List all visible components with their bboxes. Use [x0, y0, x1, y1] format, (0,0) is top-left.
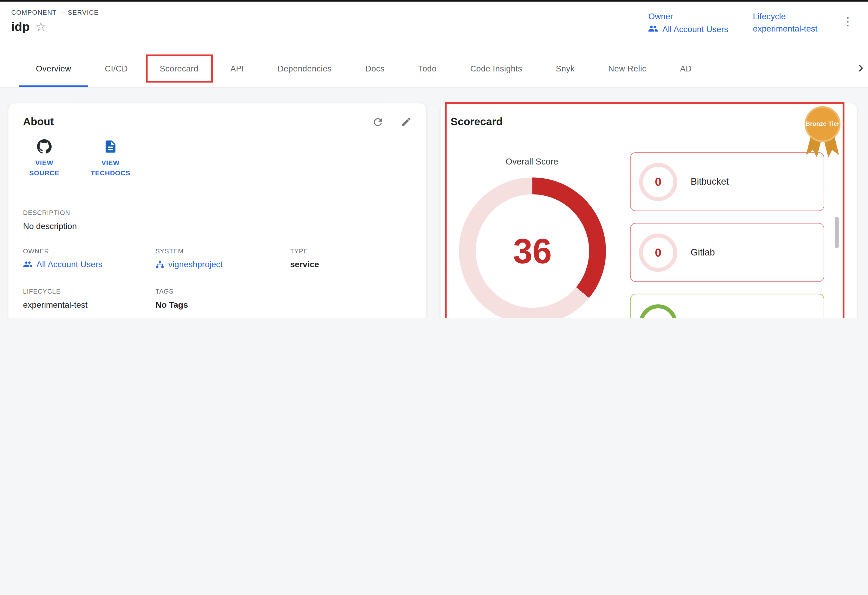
tab-new-relic[interactable]: New Relic	[592, 50, 663, 87]
score-value: 0	[655, 175, 661, 188]
overall-score-label: Overall Score	[459, 157, 605, 167]
score-name: Bitbucket	[691, 176, 729, 187]
github-icon	[37, 139, 52, 154]
tab-docs[interactable]: Docs	[348, 50, 401, 87]
favorite-star-icon[interactable]: ☆	[35, 21, 46, 33]
about-card-title: About	[23, 115, 54, 128]
system-entity-name: vigneshproject	[168, 259, 223, 269]
scorecard-card: Scorecard Bronze Tier Overall Score 36 0…	[440, 103, 856, 318]
type-field-value: service	[290, 259, 412, 269]
system-entity-link[interactable]: vigneshproject	[155, 259, 223, 269]
owner-value: All Account Users	[662, 24, 728, 34]
lifecycle-field: LIFECYCLE experimental-test	[23, 288, 155, 309]
lifecycle-field-label: LIFECYCLE	[23, 288, 155, 295]
bronze-tier-badge: Bronze Tier	[804, 106, 841, 160]
score-value: 100	[650, 318, 666, 318]
description-field-value: No description	[23, 221, 412, 231]
owner-field-label: OWNER	[23, 248, 155, 254]
tags-field-label: TAGS	[155, 288, 290, 295]
tab-overview[interactable]: Overview	[19, 50, 88, 87]
tier-badge-label: Bronze Tier	[805, 106, 841, 142]
tab-snyk[interactable]: Snyk	[539, 50, 592, 87]
edit-pencil-icon[interactable]	[401, 116, 412, 127]
score-item-catalogscorecard[interactable]: 100 catalogScorecard	[630, 294, 824, 318]
tab-label: Scorecard	[160, 64, 199, 73]
content-area: About VIEW SOURCE	[0, 88, 868, 318]
view-source-label: VIEW SOURCE	[23, 158, 66, 178]
tab-code-insights[interactable]: Code Insights	[453, 50, 539, 87]
tab-label: Docs	[365, 64, 384, 73]
tab-label: CI/CD	[105, 64, 128, 73]
overall-score-value: 36	[513, 231, 552, 271]
tab-label: Snyk	[556, 64, 575, 73]
owner-entity-link[interactable]: All Account Users	[23, 259, 103, 269]
overall-score-donut: 36	[459, 178, 606, 318]
description-field-label: DESCRIPTION	[23, 210, 412, 216]
score-list: 0 Bitbucket 0 Gitlab 100 catalogScorecar…	[630, 152, 824, 318]
entity-header-left: COMPONENT — SERVICE idp ☆	[11, 9, 648, 34]
scorecard-card-title: Scorecard	[450, 115, 847, 128]
tab-scorecard[interactable]: Scorecard	[148, 56, 211, 80]
tab-api[interactable]: API	[214, 50, 261, 87]
tab-label: AD	[680, 64, 692, 73]
score-name: Gitlab	[691, 247, 715, 258]
people-icon	[23, 259, 33, 269]
tab-label: Dependencies	[278, 64, 332, 73]
score-ring: 0	[639, 233, 677, 271]
system-hub-icon	[155, 260, 164, 269]
tab-label: Todo	[418, 64, 437, 73]
refresh-icon[interactable]	[372, 116, 384, 127]
lifecycle-field-value: experimental-test	[23, 300, 155, 309]
score-ring: 100	[639, 304, 677, 318]
about-card: About VIEW SOURCE	[8, 103, 427, 318]
score-item-bitbucket[interactable]: 0 Bitbucket	[630, 152, 824, 211]
techdocs-document-icon	[103, 139, 118, 154]
owner-value-link[interactable]: All Account Users	[648, 24, 728, 34]
lifecycle-value: experimental-test	[753, 24, 817, 33]
system-field-label: SYSTEM	[155, 248, 290, 254]
tags-field: TAGS No Tags	[155, 288, 290, 309]
score-ring: 0	[639, 163, 677, 201]
tabs-scroll-right-chevron-icon[interactable]: ›	[858, 57, 864, 76]
breadcrumb: COMPONENT — SERVICE	[11, 9, 648, 16]
tab-label: API	[230, 64, 244, 73]
view-techdocs-action[interactable]: VIEW TECHDOCS	[89, 139, 132, 178]
owner-entity-name: All Account Users	[37, 259, 103, 269]
type-field-label: TYPE	[290, 248, 412, 254]
score-value: 0	[655, 246, 661, 259]
page: COMPONENT — SERVICE idp ☆ Owner All Acco…	[0, 0, 868, 318]
owner-field: OWNER All Account Users	[23, 248, 155, 271]
tab-todo[interactable]: Todo	[401, 50, 453, 87]
lifecycle-label: Lifecycle	[753, 11, 817, 21]
tab-label: Overview	[36, 64, 71, 73]
score-list-scrollbar[interactable]	[835, 217, 839, 248]
system-field: SYSTEM vigneshproject	[155, 248, 290, 271]
type-field: TYPE service	[290, 248, 412, 271]
owner-label: Owner	[648, 11, 728, 21]
entity-header: COMPONENT — SERVICE idp ☆ Owner All Acco…	[0, 0, 868, 50]
tab-label: Code Insights	[470, 64, 522, 73]
header-owner-block: Owner All Account Users	[648, 11, 728, 34]
tags-field-value: No Tags	[155, 300, 290, 309]
entity-tabbar: Overview CI/CD Scorecard API Dependencie…	[0, 50, 868, 88]
tab-cicd[interactable]: CI/CD	[88, 50, 145, 87]
page-title: idp	[11, 19, 30, 34]
header-lifecycle-block: Lifecycle experimental-test	[753, 11, 817, 33]
score-item-gitlab[interactable]: 0 Gitlab	[630, 223, 824, 282]
tab-label: New Relic	[608, 64, 647, 73]
tab-dependencies[interactable]: Dependencies	[261, 50, 348, 87]
kebab-menu-icon[interactable]: ⋮	[842, 16, 853, 27]
view-source-action[interactable]: VIEW SOURCE	[23, 139, 66, 178]
people-icon	[648, 24, 658, 34]
scorecard-tab-annotation-box: Scorecard	[146, 54, 213, 83]
tab-ad-clipped[interactable]: AD	[663, 50, 709, 87]
view-techdocs-label: VIEW TECHDOCS	[89, 158, 132, 178]
